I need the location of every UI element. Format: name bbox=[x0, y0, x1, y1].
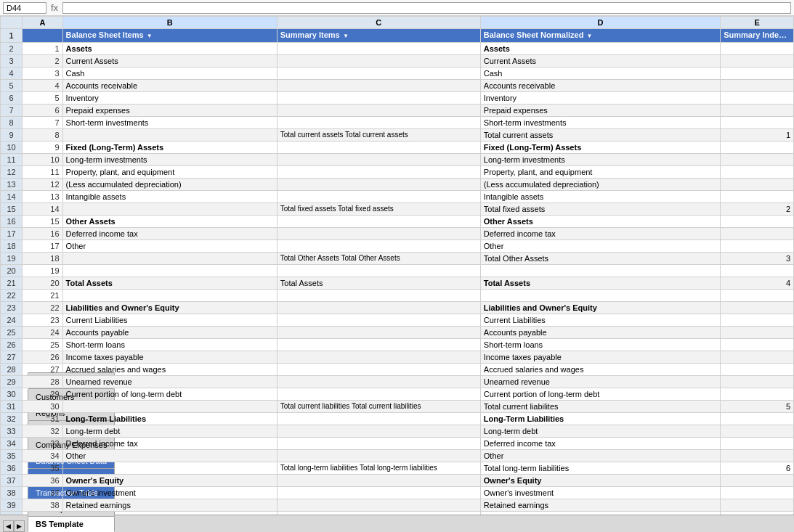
cell-e[interactable] bbox=[721, 351, 794, 364]
cell-b[interactable] bbox=[62, 129, 277, 142]
cell-b[interactable]: Balance Sheet Items ▼ bbox=[62, 29, 277, 43]
col-header-e[interactable]: E bbox=[721, 17, 794, 29]
cell-c[interactable]: Total Other Assets Total Other Assets bbox=[277, 253, 480, 265]
cell-c[interactable] bbox=[277, 166, 480, 179]
cell-c[interactable] bbox=[277, 92, 480, 105]
cell-d[interactable]: Owner's investment bbox=[480, 487, 720, 499]
cell-a[interactable]: 7 bbox=[23, 117, 62, 129]
cell-c[interactable] bbox=[277, 154, 480, 166]
cell-e[interactable]: 3 bbox=[721, 253, 794, 265]
cell-d[interactable]: Other Assets bbox=[480, 216, 720, 228]
cell-b[interactable]: Accounts payable bbox=[62, 327, 277, 339]
cell-d[interactable]: Liabilities and Owner's Equity bbox=[480, 302, 720, 314]
cell-d[interactable]: Other bbox=[480, 450, 720, 462]
cell-e[interactable] bbox=[721, 450, 794, 462]
cell-b[interactable] bbox=[62, 265, 277, 277]
cell-a[interactable]: 12 bbox=[23, 179, 62, 191]
cell-c[interactable] bbox=[277, 191, 480, 203]
cell-c[interactable] bbox=[277, 487, 480, 499]
cell-d[interactable]: Total current assets bbox=[480, 129, 720, 142]
cell-d[interactable]: Owner's Equity bbox=[480, 475, 720, 487]
cell-a[interactable]: 24 bbox=[23, 327, 62, 339]
cell-e[interactable] bbox=[721, 67, 794, 80]
cell-e[interactable] bbox=[721, 364, 794, 376]
filter-dropdown-icon[interactable]: ▼ bbox=[585, 33, 592, 39]
cell-d[interactable]: Current Assets bbox=[480, 55, 720, 67]
cell-a[interactable]: 26 bbox=[23, 351, 62, 364]
cell-b[interactable]: Prepaid expenses bbox=[62, 105, 277, 117]
cell-c[interactable] bbox=[277, 512, 480, 515]
cell-c[interactable] bbox=[277, 314, 480, 327]
cell-b[interactable]: Inventory bbox=[62, 92, 277, 105]
cell-a[interactable]: 22 bbox=[23, 302, 62, 314]
cell-c[interactable] bbox=[277, 339, 480, 351]
cell-c[interactable] bbox=[277, 240, 480, 253]
cell-e[interactable] bbox=[721, 142, 794, 154]
cell-d[interactable]: Deferred income tax bbox=[480, 438, 720, 450]
cell-d[interactable]: Total current liabilites bbox=[480, 401, 720, 413]
cell-c[interactable] bbox=[277, 438, 480, 450]
cell-a[interactable]: 14 bbox=[23, 203, 62, 216]
cell-b[interactable]: Unearned revenue bbox=[62, 376, 277, 388]
col-header-b[interactable]: B bbox=[62, 17, 277, 29]
cell-b[interactable]: Fixed (Long-Term) Assets bbox=[62, 142, 277, 154]
cell-c[interactable]: Total current assets Total current asset… bbox=[277, 129, 480, 142]
cell-d[interactable]: Short-term investments bbox=[480, 117, 720, 129]
cell-e[interactable] bbox=[721, 487, 794, 499]
cell-d[interactable]: Long-term investments bbox=[480, 154, 720, 166]
cell-a[interactable]: 35 bbox=[23, 462, 62, 475]
cell-e[interactable] bbox=[721, 105, 794, 117]
col-header-a[interactable]: A bbox=[23, 17, 62, 29]
cell-d[interactable]: Current portion of long-term debt bbox=[480, 388, 720, 401]
tab-scroll-left[interactable]: ◀ bbox=[3, 520, 14, 532]
cell-b[interactable]: Owner's Equity bbox=[62, 475, 277, 487]
cell-a[interactable] bbox=[23, 29, 62, 43]
cell-c[interactable]: Total long-term liabilities Total long-t… bbox=[277, 462, 480, 475]
cell-b[interactable] bbox=[62, 462, 277, 475]
cell-a[interactable]: 5 bbox=[23, 92, 62, 105]
cell-b[interactable]: Income taxes payable bbox=[62, 351, 277, 364]
cell-b[interactable]: (Less accumulated depreciation) bbox=[62, 179, 277, 191]
cell-e[interactable] bbox=[721, 438, 794, 450]
cell-d[interactable]: Fixed (Long-Term) Assets bbox=[480, 142, 720, 154]
cell-b[interactable]: Other bbox=[62, 240, 277, 253]
cell-b[interactable]: Long-term investments bbox=[62, 154, 277, 166]
cell-a[interactable]: 36 bbox=[23, 475, 62, 487]
cell-a[interactable]: 16 bbox=[23, 228, 62, 240]
cell-a[interactable]: 9 bbox=[23, 142, 62, 154]
cell-e[interactable]: Summary Index ▼ bbox=[721, 29, 794, 43]
cell-e[interactable] bbox=[721, 80, 794, 92]
cell-b[interactable]: Total Assets bbox=[62, 277, 277, 290]
cell-a[interactable]: 25 bbox=[23, 339, 62, 351]
cell-e[interactable] bbox=[721, 265, 794, 277]
cell-d[interactable]: Long-term debt bbox=[480, 425, 720, 438]
cell-a[interactable]: 6 bbox=[23, 105, 62, 117]
cell-a[interactable]: 29 bbox=[23, 388, 62, 401]
cell-b[interactable]: Owner's investment bbox=[62, 487, 277, 499]
cell-b[interactable]: Liabilities and Owner's Equity bbox=[62, 302, 277, 314]
cell-a[interactable]: 1 bbox=[23, 43, 62, 55]
cell-e[interactable]: 5 bbox=[721, 401, 794, 413]
cell-c[interactable] bbox=[277, 265, 480, 277]
cell-a[interactable]: 20 bbox=[23, 277, 62, 290]
cell-e[interactable] bbox=[721, 43, 794, 55]
cell-a[interactable]: 28 bbox=[23, 376, 62, 388]
cell-e[interactable] bbox=[721, 512, 794, 515]
cell-a[interactable]: 37 bbox=[23, 487, 62, 499]
cell-e[interactable] bbox=[721, 425, 794, 438]
cell-a[interactable]: 13 bbox=[23, 191, 62, 203]
cell-b[interactable]: Accounts receivable bbox=[62, 80, 277, 92]
cell-d[interactable]: Income taxes payable bbox=[480, 351, 720, 364]
cell-e[interactable] bbox=[721, 290, 794, 302]
cell-b[interactable] bbox=[62, 290, 277, 302]
cell-d[interactable]: Property, plant, and equipment bbox=[480, 166, 720, 179]
cell-b[interactable] bbox=[62, 401, 277, 413]
cell-c[interactable] bbox=[277, 425, 480, 438]
cell-e[interactable] bbox=[721, 314, 794, 327]
cell-a[interactable]: 31 bbox=[23, 413, 62, 425]
cell-c[interactable] bbox=[277, 43, 480, 55]
cell-d[interactable]: Short-term loans bbox=[480, 339, 720, 351]
cell-d[interactable]: Intangible assets bbox=[480, 191, 720, 203]
cell-d[interactable]: (Less accumulated depreciation) bbox=[480, 179, 720, 191]
cell-e[interactable] bbox=[721, 179, 794, 191]
